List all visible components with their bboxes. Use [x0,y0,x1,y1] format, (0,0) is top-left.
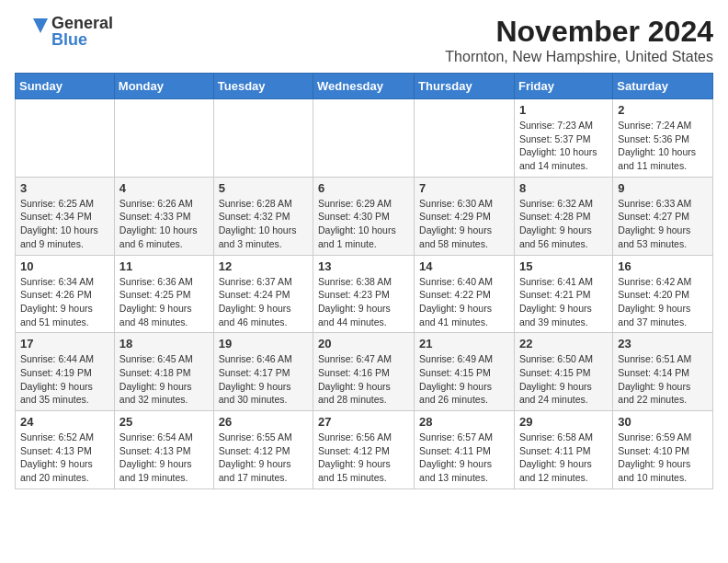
calendar-cell: 24Sunrise: 6:52 AM Sunset: 4:13 PM Dayli… [16,411,115,489]
day-number: 9 [618,181,708,195]
calendar-cell: 9Sunrise: 6:33 AM Sunset: 4:27 PM Daylig… [613,177,713,255]
calendar-cell: 17Sunrise: 6:44 AM Sunset: 4:19 PM Dayli… [16,333,115,411]
calendar-cell [114,99,213,178]
calendar-cell: 16Sunrise: 6:42 AM Sunset: 4:20 PM Dayli… [613,255,713,333]
day-info: Sunrise: 6:55 AM Sunset: 4:12 PM Dayligh… [219,431,308,485]
day-number: 22 [519,337,608,350]
weekday-header: Friday [514,74,612,99]
calendar-cell: 1Sunrise: 7:23 AM Sunset: 5:37 PM Daylig… [514,99,612,178]
calendar-cell: 25Sunrise: 6:54 AM Sunset: 4:13 PM Dayli… [114,411,213,489]
day-number: 13 [318,259,409,273]
day-number: 21 [419,337,509,350]
calendar-cell: 21Sunrise: 6:49 AM Sunset: 4:15 PM Dayli… [415,333,515,411]
day-number: 17 [20,337,109,350]
title-area: November 2024 Thornton, New Hampshire, U… [445,15,713,65]
calendar-cell: 15Sunrise: 6:41 AM Sunset: 4:21 PM Dayli… [514,255,612,333]
day-number: 4 [119,181,209,195]
day-info: Sunrise: 6:36 AM Sunset: 4:25 PM Dayligh… [119,275,209,329]
day-info: Sunrise: 6:42 AM Sunset: 4:20 PM Dayligh… [618,275,708,329]
day-info: Sunrise: 6:54 AM Sunset: 4:13 PM Dayligh… [119,431,209,485]
day-number: 2 [618,103,708,117]
weekday-header: Saturday [613,74,713,99]
calendar-cell: 28Sunrise: 6:57 AM Sunset: 4:11 PM Dayli… [415,411,515,489]
calendar-cell: 5Sunrise: 6:28 AM Sunset: 4:32 PM Daylig… [213,177,313,255]
weekday-header: Monday [114,74,213,99]
day-number: 23 [618,337,708,350]
day-info: Sunrise: 7:23 AM Sunset: 5:37 PM Dayligh… [519,119,608,173]
calendar-cell: 8Sunrise: 6:32 AM Sunset: 4:28 PM Daylig… [514,177,612,255]
day-info: Sunrise: 6:30 AM Sunset: 4:29 PM Dayligh… [419,197,509,251]
day-number: 12 [219,259,308,273]
day-info: Sunrise: 6:50 AM Sunset: 4:15 PM Dayligh… [519,352,608,407]
calendar-cell: 13Sunrise: 6:38 AM Sunset: 4:23 PM Dayli… [313,255,415,333]
day-number: 24 [20,415,109,429]
calendar-cell: 30Sunrise: 6:59 AM Sunset: 4:10 PM Dayli… [613,411,713,489]
calendar-cell: 27Sunrise: 6:56 AM Sunset: 4:12 PM Dayli… [313,411,415,489]
svg-marker-0 [33,18,48,33]
day-info: Sunrise: 6:33 AM Sunset: 4:27 PM Dayligh… [618,197,708,251]
calendar-week-row: 3Sunrise: 6:25 AM Sunset: 4:34 PM Daylig… [16,177,713,255]
day-number: 6 [318,181,409,195]
month-title: November 2024 [445,15,713,49]
weekday-header-row: SundayMondayTuesdayWednesdayThursdayFrid… [16,74,713,99]
day-info: Sunrise: 6:37 AM Sunset: 4:24 PM Dayligh… [219,275,308,329]
calendar-cell: 19Sunrise: 6:46 AM Sunset: 4:17 PM Dayli… [213,333,313,411]
day-number: 1 [519,103,608,117]
day-number: 3 [20,181,109,195]
day-number: 5 [219,181,308,195]
calendar-cell: 20Sunrise: 6:47 AM Sunset: 4:16 PM Dayli… [313,333,415,411]
calendar-cell [16,99,115,178]
weekday-header: Sunday [16,74,115,99]
page-header: GeneralBlue November 2024 Thornton, New … [15,15,713,65]
day-info: Sunrise: 6:47 AM Sunset: 4:16 PM Dayligh… [318,352,409,407]
calendar: SundayMondayTuesdayWednesdayThursdayFrid… [15,73,713,489]
logo-general: General [51,15,113,31]
day-number: 7 [419,181,509,195]
day-number: 15 [519,259,608,273]
day-info: Sunrise: 6:59 AM Sunset: 4:10 PM Dayligh… [618,431,708,485]
day-info: Sunrise: 6:45 AM Sunset: 4:18 PM Dayligh… [119,352,209,407]
day-number: 25 [119,415,209,429]
calendar-cell: 4Sunrise: 6:26 AM Sunset: 4:33 PM Daylig… [114,177,213,255]
logo-svg [15,15,48,48]
calendar-cell: 12Sunrise: 6:37 AM Sunset: 4:24 PM Dayli… [213,255,313,333]
day-number: 26 [219,415,308,429]
calendar-cell [415,99,515,178]
calendar-cell: 11Sunrise: 6:36 AM Sunset: 4:25 PM Dayli… [114,255,213,333]
weekday-header: Thursday [415,74,515,99]
calendar-cell: 26Sunrise: 6:55 AM Sunset: 4:12 PM Dayli… [213,411,313,489]
day-info: Sunrise: 6:56 AM Sunset: 4:12 PM Dayligh… [318,431,409,485]
logo-text: GeneralBlue [51,15,113,48]
day-number: 11 [119,259,209,273]
logo-blue: Blue [51,31,113,48]
calendar-cell: 14Sunrise: 6:40 AM Sunset: 4:22 PM Dayli… [415,255,515,333]
day-number: 27 [318,415,409,429]
day-number: 30 [618,415,708,429]
day-number: 14 [419,259,509,273]
day-info: Sunrise: 6:29 AM Sunset: 4:30 PM Dayligh… [318,197,409,251]
day-info: Sunrise: 6:28 AM Sunset: 4:32 PM Dayligh… [219,197,308,251]
day-number: 8 [519,181,608,195]
day-number: 19 [219,337,308,350]
day-info: Sunrise: 6:51 AM Sunset: 4:14 PM Dayligh… [618,352,708,407]
calendar-week-row: 10Sunrise: 6:34 AM Sunset: 4:26 PM Dayli… [16,255,713,333]
calendar-cell: 22Sunrise: 6:50 AM Sunset: 4:15 PM Dayli… [514,333,612,411]
calendar-cell [313,99,415,178]
logo: GeneralBlue [15,15,113,48]
day-info: Sunrise: 6:52 AM Sunset: 4:13 PM Dayligh… [20,431,109,485]
calendar-cell: 7Sunrise: 6:30 AM Sunset: 4:29 PM Daylig… [415,177,515,255]
calendar-cell: 18Sunrise: 6:45 AM Sunset: 4:18 PM Dayli… [114,333,213,411]
calendar-cell: 6Sunrise: 6:29 AM Sunset: 4:30 PM Daylig… [313,177,415,255]
day-number: 18 [119,337,209,350]
calendar-cell: 23Sunrise: 6:51 AM Sunset: 4:14 PM Dayli… [613,333,713,411]
day-info: Sunrise: 6:25 AM Sunset: 4:34 PM Dayligh… [20,197,109,251]
calendar-cell: 10Sunrise: 6:34 AM Sunset: 4:26 PM Dayli… [16,255,115,333]
calendar-cell [213,99,313,178]
day-number: 29 [519,415,608,429]
day-info: Sunrise: 6:41 AM Sunset: 4:21 PM Dayligh… [519,275,608,329]
day-info: Sunrise: 6:57 AM Sunset: 4:11 PM Dayligh… [419,431,509,485]
calendar-week-row: 24Sunrise: 6:52 AM Sunset: 4:13 PM Dayli… [16,411,713,489]
weekday-header: Wednesday [313,74,415,99]
day-info: Sunrise: 6:26 AM Sunset: 4:33 PM Dayligh… [119,197,209,251]
day-number: 28 [419,415,509,429]
